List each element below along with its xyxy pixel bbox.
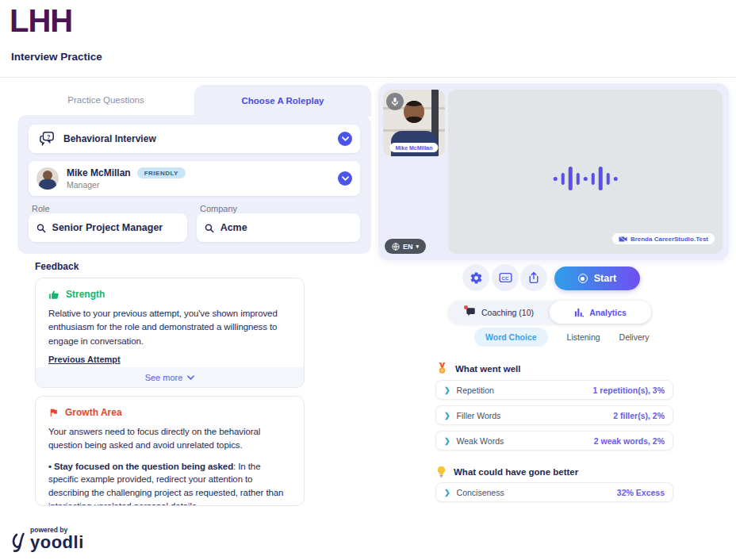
persona-avatar (36, 167, 59, 190)
flag-icon (48, 407, 59, 418)
header-divider (0, 77, 736, 78)
went-well-heading: What went well (437, 362, 520, 374)
tab-analytics[interactable]: Analytics (550, 301, 651, 324)
persona-badge: FRIENDLY (137, 167, 186, 178)
video-stage-panel: Mike McMillan Brenda CareerStudio.Test E… (378, 83, 729, 260)
metric-row-weak-words[interactable]: ❯ Weak Words 2 weak words, 2% (435, 431, 673, 451)
page-title: Interview Practice (11, 51, 102, 63)
persona-meta: Mike McMillan FRIENDLY Manager (67, 167, 186, 190)
company-search-field[interactable] (197, 213, 360, 242)
feedback-heading: Feedback (35, 261, 79, 272)
chevron-right-icon: ❯ (444, 412, 450, 420)
metric-row-repetition[interactable]: ❯ Repetition 1 repetition(s), 3% (435, 380, 673, 400)
role-search-input[interactable] (52, 222, 179, 233)
thumbs-up-icon (48, 289, 59, 300)
growth-area-card: Growth Area Your answers need to focus d… (35, 396, 305, 506)
tab-practice-questions[interactable]: Practice Questions (17, 85, 194, 115)
tab-choose-a-roleplay[interactable]: Choose A Roleplay (194, 85, 371, 117)
gone-better-heading: What could have gone better (437, 466, 578, 478)
captions-button[interactable]: CC (492, 264, 519, 291)
globe-icon (392, 243, 400, 251)
svg-text:CC: CC (501, 275, 508, 281)
audio-waveform (554, 167, 618, 190)
analytics-subtabs: Word Choice Listening Delivery (474, 328, 650, 347)
metric-row-conciseness[interactable]: ❯ Conciseness 32% Excess (435, 482, 673, 502)
language-label: EN (403, 243, 413, 251)
chevron-down-icon (342, 136, 349, 141)
persona-role: Manager (67, 180, 186, 190)
gone-better-rows: ❯ Conciseness 32% Excess (435, 482, 673, 502)
chevron-down-icon (342, 176, 349, 181)
scenario-selector[interactable]: ? Behavioral Interview (29, 125, 360, 153)
growth-title: Growth Area (65, 407, 122, 418)
see-more-button[interactable]: See more (36, 367, 304, 387)
went-well-label: What went well (455, 364, 520, 374)
language-selector[interactable]: EN ▾ (385, 239, 426, 254)
chevron-right-icon: ❯ (444, 437, 450, 445)
search-icon (36, 223, 46, 233)
bar-chart-icon (574, 308, 584, 317)
medal-icon (437, 362, 447, 374)
role-field-label: Role (32, 204, 50, 213)
growth-bullet-bold: • Stay focused on the question being ask… (48, 462, 233, 471)
svg-text:?: ? (47, 133, 51, 140)
start-button-label: Start (594, 273, 616, 284)
participant-name-pill: Mike McMillan (389, 143, 438, 152)
chevron-right-icon: ❯ (444, 386, 450, 394)
notification-dot (464, 305, 468, 309)
company-search-input[interactable] (220, 222, 352, 233)
subtab-word-choice[interactable]: Word Choice (474, 328, 548, 347)
lightbulb-icon (437, 466, 446, 478)
growth-body: Your answers need to focus directly on t… (48, 425, 291, 453)
role-search-field[interactable] (29, 213, 187, 242)
scenario-label: Behavioral Interview (63, 133, 156, 144)
watermark-label: Brenda CareerStudio.Test (631, 236, 708, 243)
video-area: Brenda CareerStudio.Test (448, 90, 723, 254)
went-well-rows: ❯ Repetition 1 repetition(s), 3% ❯ Fille… (435, 380, 673, 451)
strength-card: Strength Relative to your previous attem… (35, 278, 305, 388)
persona-expand-button[interactable] (338, 171, 352, 186)
camera-off-icon (619, 236, 627, 243)
gone-better-label: What could have gone better (454, 467, 578, 477)
yoodli-squiggle-icon (10, 531, 29, 555)
webcam-thumbnail: Mike McMillan (383, 90, 445, 156)
see-more-label: See more (145, 373, 183, 382)
metric-row-filler-words[interactable]: ❯ Filler Words 2 filler(s), 2% (435, 405, 673, 425)
strength-title: Strength (66, 289, 105, 300)
tab-analytics-label: Analytics (589, 308, 627, 317)
tab-coaching[interactable]: Coaching (10) (448, 301, 551, 324)
metric-label: Repetition (457, 385, 494, 395)
watermark-pill: Brenda CareerStudio.Test (612, 233, 715, 244)
chevron-down-icon: ▾ (416, 244, 420, 250)
microphone-icon (391, 97, 399, 106)
company-field-label: Company (200, 204, 237, 213)
previous-attempt-link[interactable]: Previous Attempt (48, 355, 121, 364)
metric-label: Filler Words (457, 411, 501, 420)
mic-button[interactable] (386, 93, 404, 110)
question-bubbles-icon: ? (38, 131, 56, 147)
metric-value: 32% Excess (617, 488, 665, 497)
closed-captions-icon: CC (499, 272, 512, 283)
yoodli-brand: yoodli (30, 532, 84, 553)
start-button[interactable]: Start (554, 267, 640, 290)
chat-bubble-icon (466, 307, 476, 317)
search-icon (205, 223, 214, 233)
record-icon (578, 274, 588, 283)
share-button[interactable] (520, 264, 547, 291)
metric-label: Weak Words (457, 436, 504, 446)
chevron-right-icon: ❯ (444, 489, 450, 497)
share-upload-icon (527, 271, 540, 284)
persona-selector[interactable]: Mike McMillan FRIENDLY Manager (29, 161, 360, 196)
scenario-expand-button[interactable] (338, 132, 352, 146)
metric-value: 2 weak words, 2% (594, 436, 665, 446)
tab-coaching-label: Coaching (10) (481, 308, 534, 317)
subtab-delivery[interactable]: Delivery (619, 332, 650, 342)
metric-label: Conciseness (457, 488, 504, 497)
persona-name: Mike McMillan (67, 167, 131, 178)
metric-value: 1 repetition(s), 3% (593, 385, 665, 395)
lhh-logo: LHH (10, 3, 72, 39)
subtab-listening[interactable]: Listening (567, 332, 600, 342)
settings-button[interactable] (462, 264, 489, 291)
growth-bullet: • Stay focused on the question being ask… (48, 460, 291, 507)
chevron-down-icon (187, 375, 194, 380)
